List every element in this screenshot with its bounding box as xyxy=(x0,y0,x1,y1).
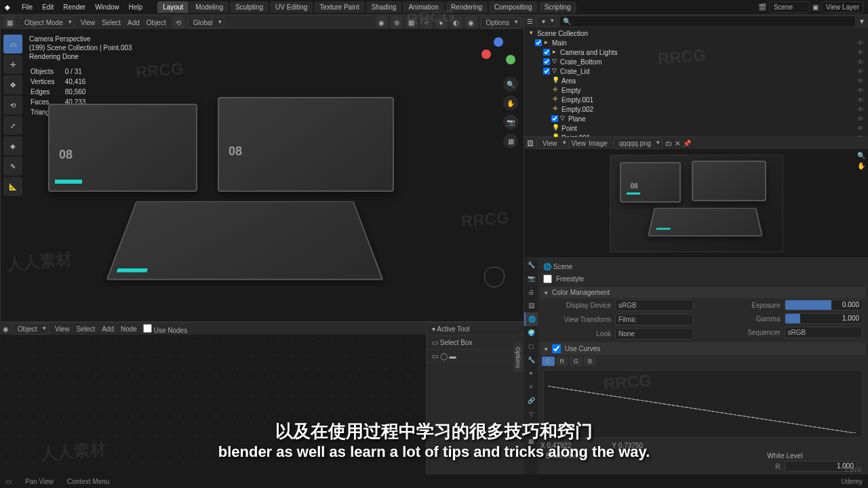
gizmo-toggle-icon[interactable]: ◉ xyxy=(376,16,388,28)
3d-viewport[interactable]: ▦ Object Mode ViewSelectAddObject ⟲ Glob… xyxy=(0,15,524,322)
tab-rendering[interactable]: Rendering xyxy=(446,1,488,13)
tab-layout[interactable]: Layout xyxy=(157,1,189,13)
image-preview[interactable]: 08 xyxy=(610,155,783,252)
outliner-item[interactable]: ▽Crate_Bottom👁 xyxy=(524,57,868,66)
img-pan-icon[interactable]: ✋ xyxy=(857,162,865,169)
curve-tab-B[interactable]: B xyxy=(584,357,596,366)
outliner-item[interactable]: 💡Point👁 xyxy=(524,123,868,133)
menu-help[interactable]: Help xyxy=(125,1,147,13)
outliner-mode[interactable]: ▾ xyxy=(536,16,557,27)
img-pin-icon[interactable]: 📌 xyxy=(683,140,691,147)
vp-menu-add[interactable]: Add xyxy=(124,19,143,26)
camera-view-icon[interactable]: 📷 xyxy=(503,115,518,129)
outliner-item[interactable]: ✛Empty.002👁 xyxy=(524,104,868,114)
img-browse-icon[interactable]: 🗀 xyxy=(665,140,672,147)
look-dropdown[interactable]: None xyxy=(615,328,694,340)
tab-compositing[interactable]: Compositing xyxy=(489,1,538,13)
outliner-icon[interactable]: ☰ xyxy=(527,18,533,25)
prop-tool-icon[interactable]: 🔧 xyxy=(524,258,538,272)
shading-wire-icon[interactable]: ○ xyxy=(420,16,433,28)
outliner-search[interactable]: 🔍 xyxy=(559,16,856,27)
shading-solid-icon[interactable]: ● xyxy=(435,16,448,28)
shading-matprev-icon[interactable]: ◐ xyxy=(450,16,462,28)
node-menu-select[interactable]: Select xyxy=(73,325,98,333)
axis-y-icon[interactable] xyxy=(506,55,515,64)
node-canvas[interactable] xyxy=(0,335,426,474)
axis-z-icon[interactable] xyxy=(494,37,503,47)
tab-scripting[interactable]: Scripting xyxy=(539,1,576,13)
layer-field[interactable]: View Layer xyxy=(821,1,864,13)
node-menu-add[interactable]: Add xyxy=(98,325,117,333)
perspective-icon[interactable]: ▦ xyxy=(503,134,518,148)
outliner-item[interactable]: ✛Empty.001👁 xyxy=(524,95,868,104)
img-menu-view[interactable]: View xyxy=(572,140,587,147)
outliner-item[interactable]: ▽Crate_Lid👁 xyxy=(524,66,868,76)
outliner-item[interactable]: ✛Empty👁 xyxy=(524,85,868,95)
prop-texture-icon[interactable]: ▦ xyxy=(524,434,538,448)
menu-file[interactable]: File xyxy=(18,1,37,13)
prop-constraint-icon[interactable]: 🔗 xyxy=(524,394,538,407)
prop-material-icon[interactable]: ● xyxy=(524,421,538,434)
transform-tool[interactable]: ◈ xyxy=(3,136,22,155)
node-menu-node[interactable]: Node xyxy=(117,325,140,333)
tab-shading[interactable]: Shading xyxy=(366,1,402,13)
tab-animation[interactable]: Animation xyxy=(403,1,443,13)
outliner-item[interactable]: 💡Area👁 xyxy=(524,76,868,85)
tab-texture paint[interactable]: Texture Paint xyxy=(314,1,364,13)
prop-output-icon[interactable]: 🖨 xyxy=(524,285,538,299)
nav-gizmo[interactable] xyxy=(481,37,515,71)
vp-menu-view[interactable]: View xyxy=(77,19,99,26)
filter-icon[interactable]: ▼ xyxy=(859,18,865,25)
sequencer-dropdown[interactable]: sRGB xyxy=(785,327,863,338)
scale-tool[interactable]: ⤢ xyxy=(3,116,22,135)
prop-world-icon[interactable]: 🌍 xyxy=(524,326,538,340)
menu-edit[interactable]: Edit xyxy=(38,1,58,13)
tab-sculpting[interactable]: Sculpting xyxy=(230,1,269,13)
color-mgmt-panel[interactable]: Color Management xyxy=(540,287,865,298)
exposure-slider[interactable]: 0.000 xyxy=(785,300,863,310)
rotate-tool[interactable]: ⟲ xyxy=(3,96,22,115)
overlay-toggle-icon[interactable]: ⊕ xyxy=(391,16,403,28)
gamma-slider[interactable]: 1.000 xyxy=(785,313,863,324)
use-nodes-check[interactable]: Use Nodes xyxy=(143,324,187,334)
view-transform-dropdown[interactable]: Filmic xyxy=(615,314,694,325)
menu-window[interactable]: Window xyxy=(91,1,123,13)
select-tool[interactable]: ▭ xyxy=(3,35,22,54)
options-tab[interactable]: Options xyxy=(513,343,523,372)
outliner-item[interactable]: ▸Main👁 xyxy=(524,38,868,47)
img-view-menu[interactable]: View xyxy=(536,138,569,149)
prop-physics-icon[interactable]: ⚛ xyxy=(524,380,538,394)
pan-icon[interactable]: ✋ xyxy=(503,96,518,110)
node-type-dropdown[interactable]: Object xyxy=(12,323,49,335)
orient-dropdown[interactable]: Global xyxy=(187,17,224,28)
img-menu-image[interactable]: Image xyxy=(589,140,608,147)
node-editor-icon[interactable]: ◉ xyxy=(3,325,9,333)
measure-tool[interactable]: 📐 xyxy=(3,177,22,196)
curve-tab-G[interactable]: G xyxy=(570,357,583,366)
select-box-row[interactable]: ▭ Select Box xyxy=(427,336,524,350)
img-filename[interactable]: qqqqq.png xyxy=(613,138,663,149)
annotate-tool[interactable]: ✎ xyxy=(3,157,22,176)
curve-editor[interactable] xyxy=(543,370,863,438)
prop-render-icon[interactable]: 📷 xyxy=(524,272,538,285)
axis-x-icon[interactable] xyxy=(481,49,491,59)
cursor-tool[interactable]: ✛ xyxy=(3,55,22,74)
use-curves-panel[interactable]: Use Curves xyxy=(540,342,865,355)
outliner-root[interactable]: ▾Scene Collection xyxy=(524,28,868,38)
menu-render[interactable]: Render xyxy=(59,1,90,13)
prop-modifier-icon[interactable]: 🔧 xyxy=(524,353,538,367)
prop-viewlayer-icon[interactable]: 🖼 xyxy=(524,299,538,312)
xray-icon[interactable]: ▦ xyxy=(406,16,418,28)
zoom-icon[interactable]: 🔍 xyxy=(503,77,518,92)
prop-particle-icon[interactable]: ✦ xyxy=(524,367,538,380)
editor-type-icon[interactable]: ▦ xyxy=(3,16,16,28)
curve-tab-C[interactable]: C xyxy=(542,357,555,366)
prop-scene-name[interactable]: 🌐 Scene xyxy=(543,263,572,270)
tool-icons[interactable]: ▭ ◯ ▬ xyxy=(427,350,524,363)
freestyle-check[interactable] xyxy=(543,274,552,283)
move-tool[interactable]: ✥ xyxy=(3,75,22,94)
shading-render-icon[interactable]: ◉ xyxy=(465,16,477,28)
tab-uv editing[interactable]: UV Editing xyxy=(270,1,313,13)
img-zoom-icon[interactable]: 🔍 xyxy=(857,152,865,159)
scene-field[interactable]: Scene xyxy=(769,1,810,13)
